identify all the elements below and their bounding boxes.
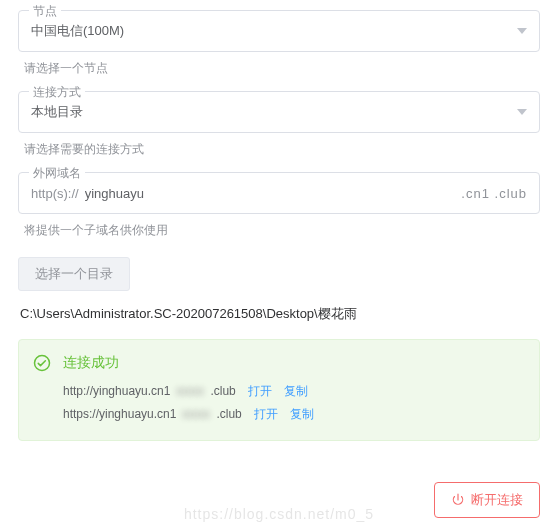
method-select[interactable]: 连接方式 本地目录 xyxy=(18,91,540,133)
check-circle-icon xyxy=(33,354,51,372)
url-line: http://yinghuayu.cn1xxxx.club 打开 复制 xyxy=(63,380,523,403)
url-mask: xxxx xyxy=(176,380,204,403)
domain-field[interactable]: 外网域名 http(s):// .cn1 .club xyxy=(18,172,540,214)
domain-suffix: .cn1 .club xyxy=(461,186,527,201)
disconnect-label: 断开连接 xyxy=(471,491,523,509)
node-select[interactable]: 节点 中国电信(100M) xyxy=(18,10,540,52)
url-tail: .club xyxy=(210,380,235,403)
domain-input[interactable] xyxy=(85,186,456,201)
url-mask: xxxx xyxy=(182,403,210,426)
url-line: https://yinghuayu.cn1xxxx.club 打开 复制 xyxy=(63,403,523,426)
open-link[interactable]: 打开 xyxy=(254,403,278,426)
copy-link[interactable]: 复制 xyxy=(290,403,314,426)
open-link[interactable]: 打开 xyxy=(248,380,272,403)
disconnect-button[interactable]: 断开连接 xyxy=(434,482,540,518)
url-text: https://yinghuayu.cn1 xyxy=(63,403,176,426)
svg-point-0 xyxy=(35,356,50,371)
method-hint: 请选择需要的连接方式 xyxy=(24,141,540,158)
node-value: 中国电信(100M) xyxy=(31,22,509,40)
choose-dir-button[interactable]: 选择一个目录 xyxy=(18,257,130,291)
url-tail: .club xyxy=(216,403,241,426)
chevron-down-icon xyxy=(517,28,527,34)
method-value: 本地目录 xyxy=(31,103,509,121)
success-alert: 连接成功 http://yinghuayu.cn1xxxx.club 打开 复制… xyxy=(18,339,540,441)
method-legend: 连接方式 xyxy=(29,84,85,101)
selected-path: C:\Users\Administrator.SC-202007261508\D… xyxy=(20,305,540,323)
chevron-down-icon xyxy=(517,109,527,115)
url-text: http://yinghuayu.cn1 xyxy=(63,380,170,403)
footer: 断开连接 xyxy=(434,482,540,518)
node-legend: 节点 xyxy=(29,3,61,20)
domain-prefix: http(s):// xyxy=(31,186,79,201)
domain-legend: 外网域名 xyxy=(29,165,85,182)
node-hint: 请选择一个节点 xyxy=(24,60,540,77)
domain-hint: 将提供一个子域名供你使用 xyxy=(24,222,540,239)
copy-link[interactable]: 复制 xyxy=(284,380,308,403)
alert-title: 连接成功 xyxy=(63,354,523,372)
power-icon xyxy=(451,493,465,507)
